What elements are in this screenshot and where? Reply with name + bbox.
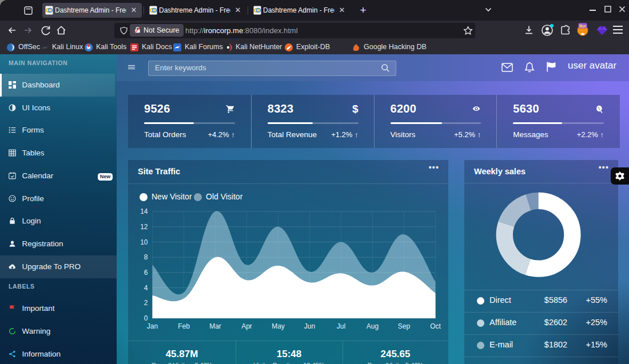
svg-text:Jan: Jan (147, 322, 158, 330)
svg-text:2: 2 (144, 299, 148, 307)
svg-text:Sep: Sep (398, 322, 411, 330)
svg-text:Jul: Jul (337, 322, 345, 330)
svg-text:8: 8 (144, 253, 148, 261)
svg-text:0: 0 (144, 314, 148, 322)
svg-text:May: May (272, 322, 285, 330)
svg-text:14: 14 (140, 207, 148, 215)
svg-text:12: 12 (140, 223, 148, 231)
svg-text:6: 6 (144, 269, 148, 277)
svg-text:Oct: Oct (430, 322, 441, 330)
svg-text:Apr: Apr (241, 322, 252, 330)
svg-text:Aug: Aug (367, 322, 379, 330)
svg-text:Bur: Bur (579, 24, 586, 28)
svg-text:10: 10 (140, 238, 148, 246)
svg-text:Mar: Mar (209, 322, 221, 330)
svg-text:Jun: Jun (304, 322, 315, 330)
svg-text:4: 4 (144, 284, 148, 292)
svg-text:Feb: Feb (178, 322, 190, 330)
